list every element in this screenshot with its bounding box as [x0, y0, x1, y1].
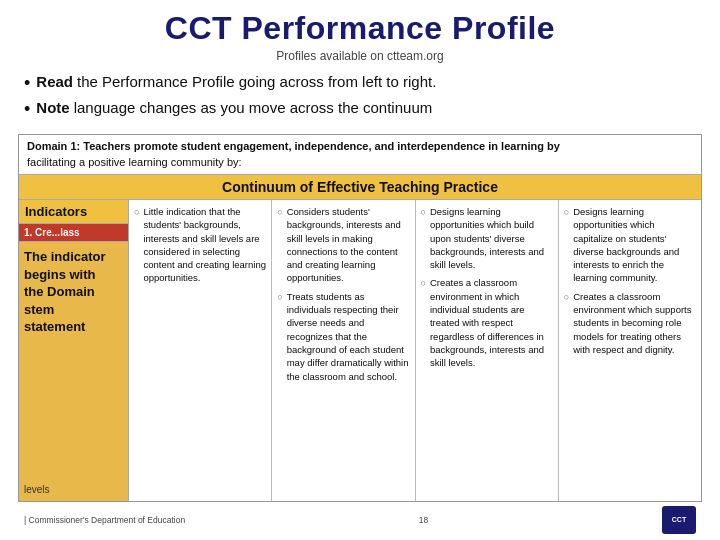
content-bullet-1-0: ○ Considers students' backgrounds, inter…: [277, 205, 409, 285]
bullet-dot-2: •: [24, 99, 30, 121]
content-bullet-0-0: ○ Little indication that the students' b…: [134, 205, 266, 285]
content-bullet-2-0: ○ Designs learning opportunities which b…: [421, 205, 553, 271]
content-bullet-3-0: ○ Designs learning opportunities which c…: [564, 205, 696, 285]
bullet-item-1: • Readthe Performance Profile going acro…: [24, 73, 702, 95]
bullet-text-1: Readthe Performance Profile going across…: [36, 73, 436, 90]
content-bullet-3-1: ○ Creates a classroom environment which …: [564, 290, 696, 356]
bullet-dot-3-1: ○: [564, 291, 569, 304]
content-col-1: ○ Considers students' backgrounds, inter…: [272, 200, 415, 501]
bullet-text-2: Notelanguage changes as you move across …: [36, 99, 432, 116]
page: CCT Performance Profile Profiles availab…: [0, 0, 720, 540]
indicator-content: 1. Cre...lass The indicator begins with …: [19, 224, 128, 501]
indicators-label: Indicators: [19, 200, 128, 224]
footer-left: | Commissioner's Department of Education: [24, 515, 185, 525]
content-bullet-2-1: ○ Creates a classroom environment in whi…: [421, 276, 553, 369]
subtitle: Profiles available on ctteam.org: [18, 49, 702, 63]
content-col-inner-1: ○ Considers students' backgrounds, inter…: [272, 200, 414, 501]
content-col-3: ○ Designs learning opportunities which c…: [559, 200, 701, 501]
indicator-column: Indicators 1. Cre...lass The indicator b…: [19, 200, 129, 501]
page-number: 18: [419, 515, 428, 525]
indicator-levels: levels: [24, 484, 123, 495]
bullet-dot-1-1: ○: [277, 291, 282, 304]
bullet-item-2: • Notelanguage changes as you move acros…: [24, 99, 702, 121]
indicator-box: The indicator begins with the Domain ste…: [19, 242, 128, 501]
indicator-row-header: 1. Cre...lass: [19, 224, 128, 242]
content-col-inner-2: ○ Designs learning opportunities which b…: [416, 200, 558, 501]
indicator-text-block: The indicator begins with the Domain ste…: [24, 248, 123, 480]
bullet-dot-3-0: ○: [564, 206, 569, 219]
logo: CCT: [662, 506, 696, 534]
domain-table: Domain 1: Teachers promote student engag…: [18, 134, 702, 502]
content-columns: ○ Little indication that the students' b…: [129, 200, 701, 501]
content-col-inner-0: ○ Little indication that the students' b…: [129, 200, 271, 501]
content-col-2: ○ Designs learning opportunities which b…: [416, 200, 559, 501]
bullet-dot-1: •: [24, 73, 30, 95]
footer: | Commissioner's Department of Education…: [18, 502, 702, 534]
domain-header: Domain 1: Teachers promote student engag…: [19, 135, 701, 175]
content-bullet-1-1: ○ Treats students as individuals respect…: [277, 290, 409, 383]
content-col-0: ○ Little indication that the students' b…: [129, 200, 272, 501]
table-body: Indicators 1. Cre...lass The indicator b…: [19, 200, 701, 501]
bullet-dot-2-1: ○: [421, 277, 426, 290]
bullet-dot-2-0: ○: [421, 206, 426, 219]
bullet-dot-0-0: ○: [134, 206, 139, 219]
continuum-header: Continuum of Effective Teaching Practice: [19, 175, 701, 200]
main-title: CCT Performance Profile: [18, 10, 702, 47]
content-col-inner-3: ○ Designs learning opportunities which c…: [559, 200, 701, 501]
bullets-section: • Readthe Performance Profile going acro…: [18, 73, 702, 124]
bullet-dot-1-0: ○: [277, 206, 282, 219]
